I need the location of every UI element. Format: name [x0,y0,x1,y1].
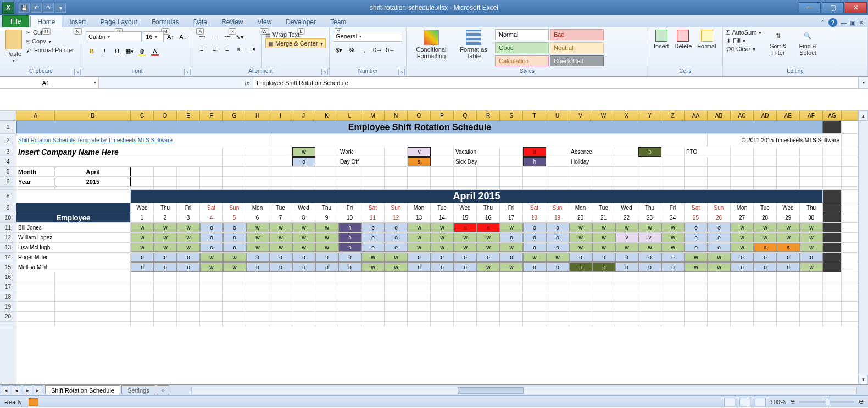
cell[interactable] [823,213,842,222]
cell[interactable] [731,322,754,327]
cell[interactable] [731,147,754,157]
cell[interactable] [685,312,708,321]
cell[interactable] [431,147,454,157]
cell[interactable] [361,167,385,176]
cell[interactable]: w [546,253,569,262]
cell[interactable]: o [546,243,569,252]
col-header[interactable]: AE [777,111,800,120]
cell[interactable] [523,167,546,176]
cell[interactable] [55,292,131,301]
col-header[interactable]: C [131,111,154,120]
cell[interactable]: o [454,262,477,272]
cell[interactable]: 8 [292,213,315,222]
style-calculation[interactable]: Calculation [495,55,549,66]
cell[interactable]: 9 [315,213,338,222]
cell[interactable] [315,157,338,166]
cell[interactable] [385,292,408,301]
col-header[interactable]: V [569,111,592,120]
cell[interactable] [823,147,842,157]
cell[interactable]: w [223,253,246,262]
cell[interactable]: w [315,233,338,242]
cell[interactable] [661,147,685,157]
cell[interactable] [200,272,223,282]
cell[interactable]: o [708,223,731,232]
cell[interactable] [385,157,408,166]
cell[interactable] [823,243,842,252]
cell[interactable]: o [200,243,223,252]
cell[interactable]: p [569,262,592,272]
cell[interactable] [661,312,685,321]
cell[interactable] [500,187,523,189]
cell[interactable] [454,272,477,282]
cell[interactable] [592,187,615,189]
col-header[interactable]: G [223,111,246,120]
cell[interactable] [338,177,361,186]
cell[interactable] [823,312,842,321]
tab-nav-last-icon[interactable]: ▸| [34,385,43,395]
cell[interactable] [361,312,385,321]
cell[interactable] [454,302,477,311]
cell[interactable]: Sun [708,203,731,213]
cell[interactable] [754,312,777,321]
style-normal[interactable]: Normal [495,29,549,40]
row-header[interactable]: 17 [0,282,16,292]
cell[interactable]: o [661,262,685,272]
cell[interactable] [823,121,842,133]
cell[interactable] [338,312,361,321]
cell[interactable] [154,302,177,311]
cell[interactable] [454,292,477,301]
col-header[interactable]: O [408,111,431,120]
cell[interactable] [177,292,200,301]
bold-button[interactable]: B [86,45,98,57]
cell[interactable]: o [361,233,385,242]
cell[interactable] [16,187,55,189]
cell[interactable]: o [154,253,177,262]
cell[interactable] [154,282,177,292]
cell[interactable]: o [292,157,315,166]
cell[interactable] [431,167,454,176]
cell[interactable] [777,282,800,292]
cell[interactable]: 29 [777,213,800,222]
col-header[interactable]: Q [454,111,477,120]
cell[interactable] [408,322,431,327]
cell[interactable] [777,167,800,176]
cell[interactable]: o [523,262,546,272]
cell[interactable]: w [754,233,777,242]
cell[interactable]: w [131,233,154,242]
cell[interactable]: Sun [385,203,408,213]
qat-undo-icon[interactable]: ↶ [31,3,42,13]
zoom-in-icon[interactable]: ⊕ [859,398,864,405]
cell[interactable]: Sat [523,203,546,213]
cell[interactable] [823,302,842,311]
cell[interactable] [223,322,246,327]
cell[interactable]: w [661,243,685,252]
normal-view-icon[interactable] [724,398,735,406]
cell[interactable] [361,282,385,292]
cell[interactable] [500,282,523,292]
cell[interactable] [223,147,246,157]
format-as-table-button[interactable]: Format as Table [456,29,491,68]
cell[interactable]: w [500,243,523,252]
cell[interactable]: w [408,223,431,232]
cell[interactable]: © 2011-2015 Timesheets MTS Software [708,134,842,147]
cell[interactable]: 4 [200,213,223,222]
cell[interactable] [615,177,638,186]
formula-expand-icon[interactable]: ▾ [858,77,868,88]
cell[interactable] [269,272,292,282]
formula-input[interactable]: Employee Shift Rotation Schedule [253,77,858,88]
cell[interactable] [615,292,638,301]
cell[interactable] [546,167,569,176]
cell[interactable] [292,177,315,186]
col-header[interactable]: AF [800,111,823,120]
cell[interactable]: Sat [685,203,708,213]
col-header[interactable]: AG [823,111,842,120]
cell[interactable]: Tue [592,203,615,213]
cell[interactable] [661,272,685,282]
cell[interactable]: w [777,223,800,232]
cell[interactable]: Thu [477,203,500,213]
style-neutral[interactable]: Neutral [550,42,604,53]
cell[interactable]: w [315,243,338,252]
cell[interactable]: 3 [177,213,200,222]
cell[interactable] [431,292,454,301]
cell[interactable] [731,292,754,301]
